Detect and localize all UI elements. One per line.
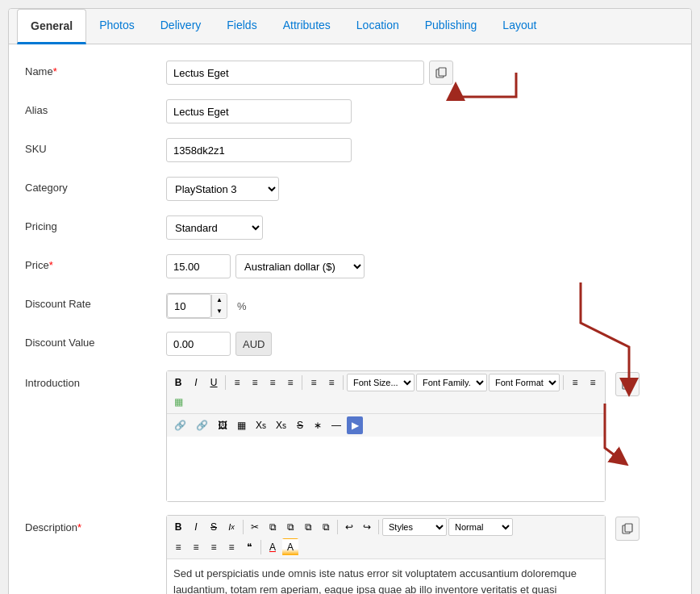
desc-copy-btn[interactable]: ⧉ [265,518,281,536]
desc-indent-less-btn[interactable]: ≡ [206,538,222,556]
pricing-field-wrap: Standard [166,215,675,240]
tab-location[interactable]: Location [344,9,412,44]
discount-rate-label: Discount Rate [25,293,166,310]
svg-rect-5 [625,524,632,532]
desc-paste-word-btn[interactable]: ⧉ [318,518,334,536]
intro-hr-btn[interactable]: — [327,416,345,434]
desc-toolbar-row1: B I S Ix ✂ ⧉ ⧉ ⧉ ⧉ ↩ [170,518,602,536]
desc-sep-1 [243,520,244,534]
desc-redo-btn[interactable]: ↪ [359,518,375,536]
sku-row: SKU [25,138,675,164]
intro-font-size-select[interactable]: Font Size... [347,374,415,391]
description-field-wrap: B I S Ix ✂ ⧉ ⧉ ⧉ ⧉ ↩ [166,515,675,594]
currency-select[interactable]: Australian dollar ($) [235,254,365,278]
desc-paste-text-btn[interactable]: ⧉ [300,518,316,536]
toolbar-sep-1 [225,375,226,390]
tab-attributes[interactable]: Attributes [270,9,344,44]
intro-img2-btn[interactable]: 🖼 [214,416,231,434]
category-select[interactable]: PlayStation 3 [166,177,279,201]
desc-clear-btn[interactable]: Ix [223,518,240,536]
name-input[interactable] [166,61,424,85]
desc-italic-btn[interactable]: I [188,518,204,536]
intro-table-btn[interactable]: ▦ [233,416,250,434]
name-row: Name* [25,61,675,86]
intro-align-right2-btn[interactable]: ≡ [585,374,601,391]
description-label: Description* [25,515,166,533]
alias-input[interactable] [166,99,352,123]
intro-icon-button[interactable] [615,372,640,396]
svg-rect-1 [439,68,446,76]
intro-italic-btn[interactable]: I [188,374,204,391]
desc-icon-button[interactable] [615,517,640,541]
desc-paste-btn[interactable]: ⧉ [282,518,298,536]
discount-value-label: Discount Value [25,332,166,349]
introduction-body[interactable] [167,437,605,501]
intro-copy-icon [622,379,633,390]
intro-align-center-btn[interactable]: ≡ [247,374,263,391]
intro-superscript-btn[interactable]: Xs [272,416,290,434]
desc-strike-btn[interactable]: S [206,518,222,536]
tab-photos[interactable]: Photos [86,9,148,44]
intro-align-left-btn[interactable]: ≡ [229,374,245,391]
desc-blockquote-btn[interactable]: ❝ [241,538,257,556]
tab-fields[interactable]: Fields [214,9,269,44]
intro-image-btn[interactable]: ▦ [170,393,187,411]
introduction-row: Introduction B I U ≡ ≡ ≡ ≡ [25,370,675,502]
intro-align-right-btn[interactable]: ≡ [265,374,281,391]
intro-ul-btn[interactable]: ≡ [323,374,340,391]
intro-media-btn[interactable]: ▶ [347,416,363,434]
spinner-up[interactable]: ▲ [212,295,227,306]
tab-general[interactable]: General [17,9,86,44]
aud-badge: AUD [235,332,272,356]
desc-bold-btn[interactable]: B [170,518,186,536]
sku-input[interactable] [166,138,352,162]
introduction-label: Introduction [25,370,166,389]
spinner-down[interactable]: ▼ [212,306,227,317]
intro-align-left2-btn[interactable]: ≡ [567,374,583,391]
discount-value-row: Discount Value AUD [25,332,675,358]
intro-subscript-btn[interactable]: Xs [252,416,270,434]
tab-layout[interactable]: Layout [490,9,549,44]
name-icon-button[interactable] [429,61,453,85]
alias-label: Alias [25,99,166,116]
intro-font-family-select[interactable]: Font Family. [416,374,487,391]
name-field-wrap [166,61,675,85]
spinner-buttons: ▲ ▼ [211,295,227,317]
price-input[interactable] [166,254,231,278]
intro-unlink-btn[interactable]: 🔗 [192,416,212,434]
name-label: Name* [25,61,166,77]
desc-bg-color-btn[interactable]: A [282,538,298,556]
discount-rate-input[interactable] [167,294,211,318]
intro-link-btn[interactable]: 🔗 [170,416,190,434]
intro-bold-btn[interactable]: B [170,374,186,391]
intro-ol-btn[interactable]: ≡ [306,374,322,391]
desc-toolbar: B I S Ix ✂ ⧉ ⧉ ⧉ ⧉ ↩ [167,516,605,559]
discount-rate-field-wrap: ▲ ▼ % [166,293,675,319]
intro-font-format-select[interactable]: Font Format [489,374,560,391]
desc-sep-3 [378,520,379,534]
price-field-wrap: Australian dollar ($) [166,254,675,278]
tab-delivery[interactable]: Delivery [148,9,215,44]
description-row: Description* B I S Ix ✂ ⧉ [25,515,675,594]
alias-row: Alias [25,99,675,125]
desc-ol-btn[interactable]: ≡ [170,538,186,556]
intro-underline-btn[interactable]: U [206,374,222,391]
desc-cut-btn[interactable]: ✂ [247,518,263,536]
intro-special-btn[interactable]: ∗ [310,416,326,434]
desc-ul-btn[interactable]: ≡ [188,538,204,556]
pricing-select[interactable]: Standard [166,215,263,240]
intro-justify-btn[interactable]: ≡ [282,374,298,391]
desc-undo-btn[interactable]: ↩ [341,518,357,536]
desc-styles-select[interactable]: Styles [382,518,447,536]
description-body[interactable]: Sed ut perspiciatis unde omnis iste natu… [167,559,605,594]
intro-toolbar: B I U ≡ ≡ ≡ ≡ ≡ ≡ [167,371,605,414]
category-label: Category [25,177,166,194]
alias-field-wrap [166,99,675,123]
discount-value-input[interactable] [166,332,231,356]
pricing-label: Pricing [25,215,166,232]
desc-indent-more-btn[interactable]: ≡ [223,538,240,556]
desc-normal-select[interactable]: Normal [448,518,513,536]
tab-publishing[interactable]: Publishing [412,9,490,44]
desc-font-color-btn[interactable]: A [265,538,281,556]
intro-strike-btn[interactable]: S [292,416,308,434]
